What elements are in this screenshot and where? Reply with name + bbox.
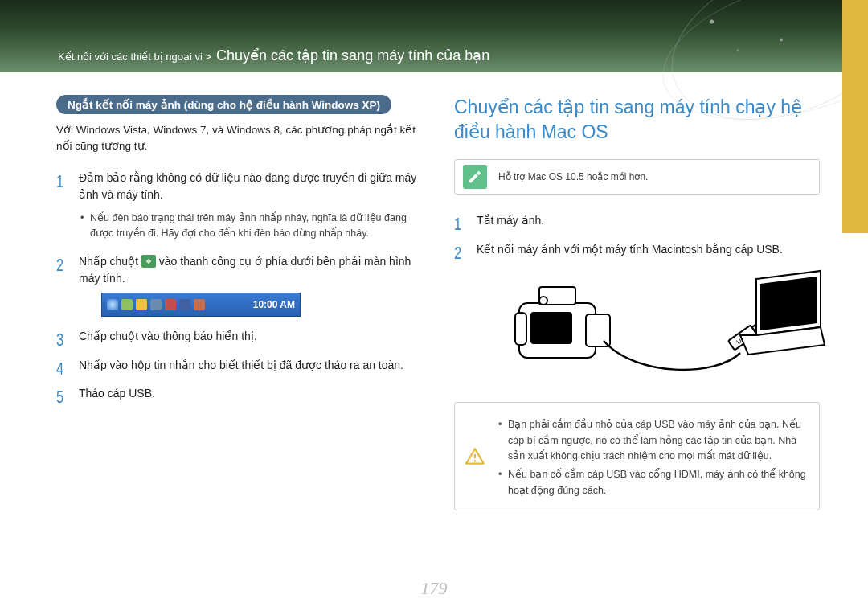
step-item: Chấp chuột vào thông báo hiển thị. (56, 328, 422, 346)
page-number: 179 (421, 578, 448, 599)
pencil-icon (463, 165, 487, 189)
safely-remove-icon (141, 255, 156, 268)
tray-icon (165, 299, 176, 310)
tray-icon (150, 299, 162, 310)
svg-rect-10 (474, 460, 476, 461)
intro-text: Với Windows Vista, Windows 7, và Windows… (56, 122, 422, 155)
warning-item: Nếu bạn cố cắm cáp USB vào cổng HDMI, má… (497, 467, 809, 498)
svg-point-2 (539, 297, 547, 305)
warning-icon (465, 446, 485, 467)
side-tab (842, 0, 868, 233)
tray-icon (179, 299, 190, 310)
breadcrumb: Kết nối với các thiết bị ngoại vi > Chuy… (58, 47, 489, 64)
header-band: Kết nối với các thiết bị ngoại vi > Chuy… (0, 0, 868, 72)
warning-list: Bạn phải cắm đầu nhỏ của cáp USB vào máy… (497, 417, 809, 502)
taskbar-clock: 10:00 AM (253, 297, 295, 313)
note-box: Hỗ trợ Mac OS 10.5 hoặc mới hơn. (454, 159, 820, 195)
tray-icon (107, 299, 118, 310)
step-item: Đảm bảo rằng không có dữ liệu nào đang đ… (56, 170, 422, 242)
step-text: Đảm bảo rằng không có dữ liệu nào đang đ… (79, 171, 416, 202)
step-item: Tháo cáp USB. (56, 385, 422, 403)
step-text-before: Nhấp chuột (79, 255, 141, 268)
step-item: Tắt máy ảnh. (454, 212, 820, 230)
svg-rect-5 (515, 313, 526, 345)
section-pill: Ngắt kết nối máy ảnh (dùng cho hệ điều h… (56, 95, 391, 114)
right-column: Chuyển các tập tin sang máy tính chạy hệ… (454, 95, 820, 510)
svg-rect-4 (531, 313, 571, 343)
note-text: Hỗ trợ Mac OS 10.5 hoặc mới hơn. (498, 170, 648, 184)
left-column: Ngắt kết nối máy ảnh (dùng cho hệ điều h… (56, 95, 422, 510)
steps-list-right: Tắt máy ảnh. Kết nối máy ảnh với một máy… (454, 212, 820, 391)
warning-item: Bạn phải cắm đầu nhỏ của cáp USB vào máy… (497, 417, 809, 464)
steps-list-left: Đảm bảo rằng không có dữ liệu nào đang đ… (56, 170, 422, 404)
svg-rect-9 (474, 453, 476, 457)
step-item: Nhấp vào hộp tin nhắn cho biết thiết bị … (56, 357, 422, 375)
svg-rect-3 (586, 314, 610, 346)
taskbar-image: 10:00 AM (101, 293, 301, 317)
tray-icon (121, 299, 133, 310)
sub-list: Nếu đèn báo trạng thái trên máy ảnh nhấp… (79, 211, 422, 242)
step-text: Kết nối máy ảnh với một máy tính Macinto… (477, 243, 783, 256)
connection-illustration: USB (499, 264, 820, 391)
warning-box: Bạn phải cắm đầu nhỏ của cáp USB vào máy… (454, 402, 820, 510)
breadcrumb-prefix: Kết nối với các thiết bị ngoại vi > (58, 51, 211, 63)
breadcrumb-main: Chuyển các tập tin sang máy tính của bạn (216, 47, 489, 64)
sub-item: Nếu đèn báo trạng thái trên máy ảnh nhấp… (79, 211, 422, 242)
step-item: Nhấp chuột vào thanh công cụ ở phía dưới… (56, 253, 422, 317)
step-item: Kết nối máy ảnh với một máy tính Macinto… (454, 241, 820, 391)
tray-icon (194, 299, 205, 310)
tray-icon (136, 299, 147, 310)
